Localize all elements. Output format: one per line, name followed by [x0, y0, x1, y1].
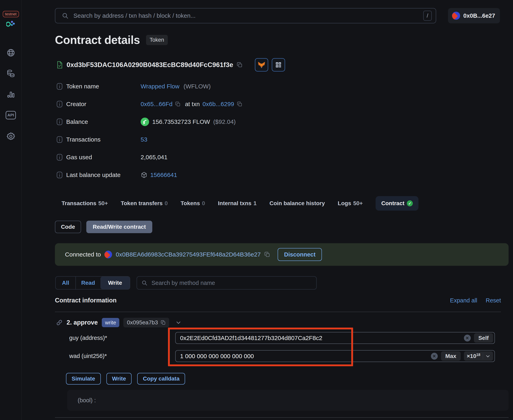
info-row-creator: Creator 0x65...66Fd at txn 0x6b...6299	[55, 99, 242, 109]
filter-write[interactable]: Write	[100, 277, 130, 289]
sidebar: testnet	[0, 0, 22, 420]
reset-link[interactable]: Reset	[486, 297, 501, 304]
param-input-wad: ✕ Max ×1018	[175, 350, 495, 362]
connected-wallet-address[interactable]: 0x0B8EA6d6983cCBa39275493FEf648a2D64B36e…	[116, 251, 261, 258]
read-write-contract-tab-button[interactable]: Read/Write contract	[86, 221, 152, 233]
tab-internal-txns[interactable]: Internal txns1	[218, 200, 256, 207]
self-button[interactable]: Self	[474, 333, 493, 343]
tab-token-transfers[interactable]: Token transfers0	[121, 200, 168, 207]
sidebar-item-settings[interactable]	[6, 131, 16, 142]
contract-information-header: Contract information Expand all Reset	[55, 294, 501, 307]
tokens-icon	[6, 69, 15, 78]
info-label: Token name	[66, 83, 141, 90]
guy-address-field[interactable]	[175, 332, 495, 344]
copy-connected-address-icon[interactable]	[264, 252, 270, 257]
filter-read[interactable]: Read	[75, 277, 100, 289]
output-type-label: (bool) :	[78, 397, 96, 404]
copy-creator-icon[interactable]	[175, 101, 180, 107]
globe-icon	[7, 48, 15, 57]
info-row-balance: Balance 156.73532723 FLOW ($92.04)	[55, 117, 236, 127]
multiplier-dropdown[interactable]: ×1018	[464, 351, 493, 361]
method-search-input[interactable]	[151, 279, 312, 286]
tab-tokens[interactable]: Tokens0	[181, 200, 205, 207]
bar-chart-icon	[7, 90, 15, 99]
filter-all[interactable]: All	[56, 277, 75, 289]
link-anchor-icon[interactable]	[56, 319, 63, 326]
info-icon[interactable]	[57, 100, 63, 108]
info-icon[interactable]	[57, 83, 63, 90]
sidebar-item-blockchain[interactable]	[6, 47, 16, 58]
tab-transactions[interactable]: Transactions50+	[62, 200, 108, 207]
creator-address-link[interactable]: 0x65...66Fd	[141, 101, 172, 107]
info-icon[interactable]	[57, 171, 63, 179]
method-search	[137, 276, 317, 290]
verified-check-icon: ✓	[407, 200, 413, 206]
info-label: Balance	[66, 118, 141, 125]
account-button[interactable]: 0x0B...6e27	[448, 8, 500, 23]
clear-input-icon[interactable]: ✕	[431, 353, 438, 360]
transactions-count-link[interactable]: 53	[141, 136, 147, 143]
gear-icon	[6, 132, 15, 141]
copy-selector-icon[interactable]	[161, 320, 166, 325]
connected-prefix: Connected to	[65, 251, 101, 258]
add-to-metamask-button[interactable]	[255, 58, 268, 71]
info-row-gas-used: Gas used 2,065,041	[55, 152, 167, 162]
sidebar-item-charts[interactable]	[6, 89, 16, 99]
creator-mid-text: at txn	[185, 101, 199, 107]
balance-usd: ($92.04)	[213, 118, 236, 125]
tab-bar: Transactions50+ Token transfers0 Tokens0…	[55, 196, 418, 210]
info-row-last-balance-update: Last balance update 15666641	[55, 170, 177, 180]
verified-contract-icon	[57, 61, 63, 69]
tab-contract[interactable]: Contract ✓	[376, 196, 418, 210]
max-button[interactable]: Max	[441, 351, 461, 361]
param-label-guy: guy (address)*	[69, 332, 107, 344]
wallet-connected-banner: Connected to 0x0B8EA6d6983cCBa39275493FE…	[55, 243, 509, 266]
info-row-transactions: Transactions 53	[55, 135, 147, 144]
clear-input-icon[interactable]: ✕	[464, 335, 471, 341]
sidebar-item-api[interactable]: API	[6, 110, 16, 120]
chevron-down-icon	[485, 354, 490, 359]
app-logo-icon[interactable]	[6, 20, 15, 29]
block-cube-icon	[141, 172, 147, 178]
method-name[interactable]: 2. approve	[66, 319, 98, 326]
copy-calldata-button[interactable]: Copy calldata	[137, 373, 185, 385]
contract-address-row: 0xd3bF53DAC106A0290B0483EcBC89d40FcC961f…	[55, 58, 285, 72]
qr-code-button[interactable]	[272, 58, 285, 71]
write-button[interactable]: Write	[106, 373, 132, 385]
block-number-link[interactable]: 15666641	[150, 172, 177, 178]
tab-count: 50+	[98, 200, 108, 206]
search-icon	[62, 12, 69, 19]
info-icon[interactable]	[57, 136, 63, 143]
creation-txn-link[interactable]: 0x6b...6299	[203, 101, 234, 107]
connected-wallet-avatar	[104, 251, 112, 258]
tab-count: 1	[254, 200, 257, 206]
param-input-guy: ✕ Self	[175, 332, 495, 344]
tab-coin-balance-history[interactable]: Coin balance history	[269, 200, 325, 207]
expand-all-link[interactable]: Expand all	[450, 297, 477, 304]
flow-token-icon	[141, 118, 149, 126]
info-icon[interactable]	[57, 118, 63, 125]
contract-details-page: testnet	[0, 0, 513, 420]
method-divider	[55, 417, 509, 418]
network-badge: testnet	[3, 11, 19, 17]
tab-logs[interactable]: Logs50+	[338, 200, 363, 207]
method-output-panel: (bool) :	[67, 390, 509, 411]
disconnect-button[interactable]: Disconnect	[278, 248, 322, 261]
code-tab-button[interactable]: Code	[55, 221, 81, 233]
contract-subtabs: Code Read/Write contract	[55, 221, 152, 233]
info-icon[interactable]	[57, 154, 63, 161]
search-shortcut-hint: /	[423, 11, 432, 21]
token-name-link[interactable]: Wrapped Flow	[141, 83, 179, 90]
search-input[interactable]	[73, 12, 419, 19]
simulate-button[interactable]: Simulate	[66, 373, 101, 385]
collapse-method-chevron[interactable]	[176, 320, 181, 325]
method-write-badge: write	[102, 318, 119, 327]
search-icon	[141, 280, 147, 286]
copy-address-icon[interactable]	[237, 62, 242, 68]
sidebar-item-tokens[interactable]	[6, 68, 16, 79]
section-title: Contract information	[55, 297, 117, 304]
account-address: 0x0B...6e27	[463, 13, 495, 19]
contract-address: 0xd3bF53DAC106A0290B0483EcBC89d40FcC961f…	[66, 61, 233, 69]
api-icon: API	[6, 111, 16, 120]
copy-txn-icon[interactable]	[237, 101, 242, 107]
